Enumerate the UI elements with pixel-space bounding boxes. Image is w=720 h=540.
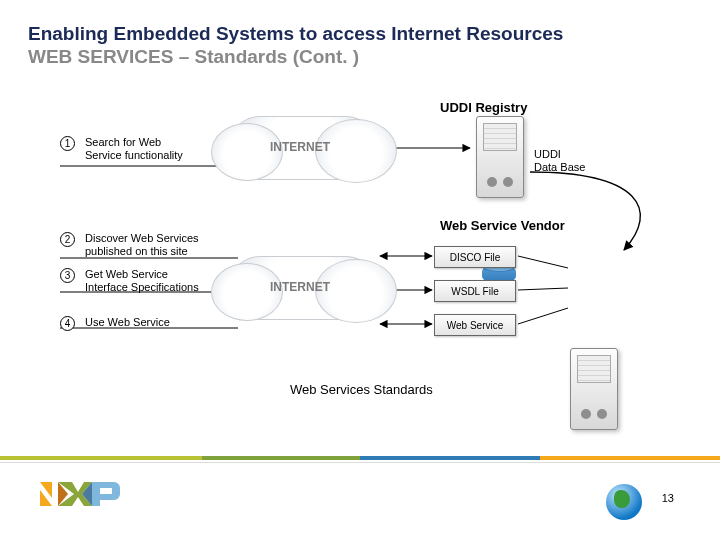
step-1-number: 1 (60, 136, 75, 151)
box-disco-file: DISCO File (434, 246, 516, 268)
diagram-area: UDDI Registry UDDI Data Base INTERNET 1 … (40, 100, 680, 430)
svg-line-9 (518, 288, 568, 290)
step-2-number: 2 (60, 232, 75, 247)
step-2-text: Discover Web Services published on this … (85, 232, 199, 258)
globe-icon (606, 484, 642, 520)
internet-label-bottom: INTERNET (270, 280, 330, 294)
slide-title: Enabling Embedded Systems to access Inte… (28, 22, 563, 46)
step-3-number: 3 (60, 268, 75, 283)
box-wsdl-file: WSDL File (434, 280, 516, 302)
heading-web-service-vendor: Web Service Vendor (440, 218, 565, 233)
heading-uddi-registry: UDDI Registry (440, 100, 527, 115)
svg-line-10 (518, 308, 568, 324)
internet-label-top: INTERNET (270, 140, 330, 154)
footer-color-bar (0, 456, 720, 460)
svg-rect-15 (100, 488, 112, 494)
box-web-service: Web Service (434, 314, 516, 336)
svg-line-8 (518, 256, 568, 268)
nxp-logo-icon (34, 478, 120, 510)
slide-subtitle: WEB SERVICES – Standards (Cont. ) (28, 46, 359, 68)
step-1: 1 Search for Web Service functionality (60, 136, 183, 162)
step-4: 4 Use Web Service (60, 316, 170, 331)
step-4-text: Use Web Service (85, 316, 170, 329)
step-1-text: Search for Web Service functionality (85, 136, 183, 162)
label-uddi-database: UDDI Data Base (534, 148, 585, 174)
step-3: 3 Get Web Service Interface Specificatio… (60, 268, 199, 294)
step-4-number: 4 (60, 316, 75, 331)
diagram-caption: Web Services Standards (290, 382, 433, 397)
step-2: 2 Discover Web Services published on thi… (60, 232, 199, 258)
server-uddi-icon (476, 116, 524, 198)
server-vendor-icon (570, 348, 618, 430)
footer-divider-line (0, 462, 720, 463)
page-number: 13 (662, 492, 674, 504)
step-3-text: Get Web Service Interface Specifications (85, 268, 199, 294)
